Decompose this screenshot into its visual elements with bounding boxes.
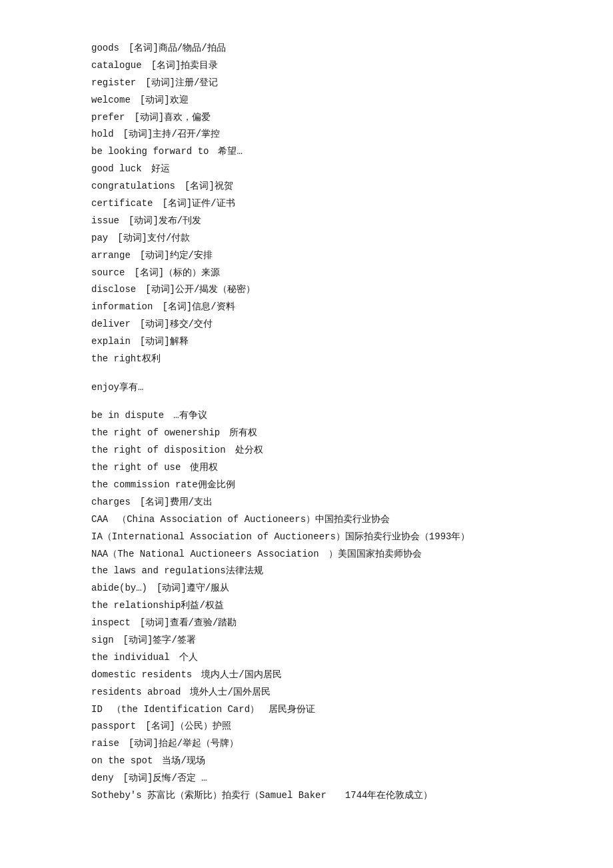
vocab-chinese-7: 好运 [142,163,170,174]
vocab-item-40: passport [名词]（公民）护照 [91,718,522,735]
vocab-chinese-28: 中国拍卖行业协会 [315,514,390,525]
vocab-english-34: inspect [91,617,131,628]
vocab-chinese-17: [动词]解释 [131,336,189,347]
vocab-chinese-36: 个人 [170,652,198,663]
vocab-item-14: disclose [动词]公开/揭发（秘密） [91,281,522,299]
vocab-chinese-43: [动词]反悔/否定 … [114,773,207,783]
vocab-chinese-6: 希望… [209,146,242,157]
vocab-english-35: sign [91,635,114,645]
vocab-item-8: congratulations [名词]祝贺 [91,178,522,195]
vocab-chinese-2: [动词]注册/登记 [136,77,218,88]
vocab-english-18: the right [91,353,142,364]
vocabulary-list: goods [名词]商品/物品/拍品catalogue [名词]拍卖目录regi… [91,40,522,805]
vocab-chinese-26: 佣金比例 [198,479,235,490]
vocab-english-13: source [91,267,125,278]
vocab-chinese-10: [动词]发布/刊发 [119,215,201,226]
vocab-chinese-41: [动词]抬起/举起（号牌） [119,738,239,749]
vocab-english-32: abide(by…) [91,583,147,593]
vocab-english-42: on the spot [91,755,153,766]
vocab-item-29: IA（International Association of Auctione… [91,529,522,546]
vocab-chinese-14: [动词]公开/揭发（秘密） [136,284,255,295]
vocab-english-10: issue [91,215,119,226]
vocab-english-2: register [91,77,136,88]
vocab-item-28: CAA （China Association of Auctioneers）中国… [91,511,522,529]
vocab-english-38: residents abroad [91,687,181,697]
vocab-chinese-39: 居民身份证 [259,704,315,715]
vocab-item-35: sign [动词]签字/签署 [91,632,522,649]
vocab-chinese-13: [名词]（标的）来源 [125,267,220,278]
vocab-chinese-18: 权利 [142,353,161,364]
vocab-item-18: the right权利 [91,351,522,368]
vocab-chinese-8: [名词]祝贺 [175,181,233,191]
vocab-chinese-16: [动词]移交/交付 [131,319,213,329]
vocab-chinese-24: 处分权 [226,445,263,455]
vocab-chinese-4: [动词]喜欢，偏爱 [125,112,211,123]
vocab-chinese-5: [动词]主持/召开/掌控 [114,129,221,139]
vocab-item-13: source [名词]（标的）来源 [91,265,522,282]
vocab-chinese-11: [动词]支付/付款 [108,233,190,243]
vocab-chinese-34: [动词]查看/查验/踏勘 [131,617,237,628]
vocab-item-24: the right of disposition 处分权 [91,442,522,459]
vocab-chinese-0: [名词]商品/物品/拍品 [119,43,226,53]
vocab-chinese-31: 法律法规 [226,565,263,576]
vocab-english-15: information [91,301,153,312]
vocab-item-15: information [名词]信息/资料 [91,299,522,316]
vocab-item-33: the relationship利益/权益 [91,597,522,615]
vocab-item-6: be looking forward to 希望… [91,143,522,161]
vocab-english-7: good luck [91,163,142,174]
vocab-english-43: deny [91,773,114,783]
vocab-item-2: register [动词]注册/登记 [91,75,522,92]
vocab-chinese-25: 使用权 [181,462,218,473]
vocab-chinese-42: 当场/现场 [153,755,205,766]
vocab-english-33: the relationship [91,600,181,611]
vocab-item-20: enjoy享有… [91,379,522,397]
vocab-english-39: ID （the Identification Card） [91,704,259,715]
vocab-item-23: the right of owenership 所有权 [91,425,522,442]
vocab-item-3: welcome [动词]欢迎 [91,92,522,109]
vocab-english-41: raise [91,738,119,749]
vocab-item-1: catalogue [名词]拍卖目录 [91,57,522,75]
vocab-english-44: Sotheby's 苏富比（索斯比）拍卖行（Samuel Baker 1744年… [91,790,432,801]
vocab-item-22: be in dispute …有争议 [91,407,522,425]
vocab-chinese-15: [名词]信息/资料 [153,301,235,312]
vocab-chinese-1: [名词]拍卖目录 [142,60,219,71]
vocab-item-17: explain [动词]解释 [91,333,522,351]
vocab-chinese-20: 享有… [119,382,143,393]
vocab-item-26: the commission rate佣金比例 [91,477,522,494]
vocab-item-9: certificate [名词]证件/证书 [91,195,522,213]
vocab-item-25: the right of use 使用权 [91,459,522,477]
vocab-english-11: pay [91,233,108,243]
vocab-english-22: be in dispute [91,410,164,421]
vocab-english-6: be looking forward to [91,146,209,157]
vocab-chinese-37: 境内人士/国内居民 [192,669,281,680]
vocab-item-4: prefer [动词]喜欢，偏爱 [91,109,522,127]
vocab-chinese-40: [名词]（公民）护照 [136,721,231,731]
vocab-chinese-22: …有争议 [164,410,207,421]
vocab-chinese-9: [名词]证件/证书 [153,198,235,209]
vocab-english-4: prefer [91,112,125,123]
vocab-chinese-3: [动词]欢迎 [131,95,189,105]
vocab-english-36: the individual [91,652,170,663]
vocab-english-23: the right of owenership [91,427,220,438]
vocab-chinese-30: 美国国家拍卖师协会 [338,549,422,559]
vocab-item-12: arrange [动词]约定/安排 [91,247,522,265]
vocab-english-40: passport [91,721,136,731]
vocab-item-37: domestic residents 境内人士/国内居民 [91,667,522,684]
vocab-item-31: the laws and regulations法律法规 [91,563,522,580]
vocab-english-24: the right of disposition [91,445,226,455]
vocab-item-10: issue [动词]发布/刊发 [91,213,522,230]
vocab-english-14: disclose [91,284,136,295]
vocab-english-1: catalogue [91,60,142,71]
vocab-chinese-38: 境外人士/国外居民 [181,687,270,697]
vocab-english-16: deliver [91,319,131,329]
spacer-21 [91,397,522,408]
vocab-item-5: hold [动词]主持/召开/掌控 [91,126,522,143]
vocab-english-29: IA（International Association of Auctione… [91,531,345,542]
vocab-english-9: certificate [91,198,153,209]
vocab-chinese-29: 国际拍卖行业协会（1993年） [345,531,470,542]
vocab-item-36: the individual 个人 [91,649,522,667]
vocab-item-39: ID （the Identification Card） 居民身份证 [91,701,522,719]
vocab-item-38: residents abroad 境外人士/国外居民 [91,684,522,701]
vocab-english-20: enjoy [91,382,119,393]
vocab-chinese-35: [动词]签字/签署 [114,635,196,645]
